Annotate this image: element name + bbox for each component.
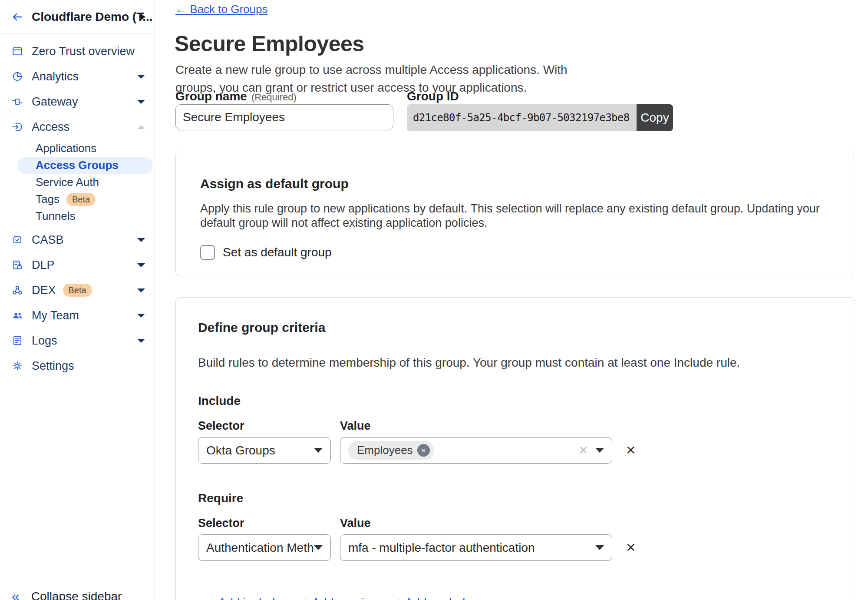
require-column-labels: Selector Value bbox=[198, 517, 829, 530]
sidebar-item-logs[interactable]: Logs bbox=[0, 328, 155, 353]
set-default-group-row: Set as default group bbox=[200, 245, 829, 260]
sidebar-item-access[interactable]: Access bbox=[0, 114, 155, 139]
account-name: Cloudflare Demo (T... bbox=[32, 10, 152, 24]
sidebar-subitem-label: Tags bbox=[36, 192, 59, 206]
sidebar-item-gateway[interactable]: Gateway bbox=[0, 89, 155, 114]
default-group-card-description: Apply this rule group to new application… bbox=[200, 202, 829, 230]
criteria-card: Define group criteria Build rules to det… bbox=[175, 297, 854, 600]
copy-button[interactable]: Copy bbox=[637, 104, 673, 131]
group-name-input[interactable] bbox=[175, 104, 393, 130]
sidebar-item-label: Logs bbox=[32, 334, 57, 348]
sidebar-subitem-label: Tunnels bbox=[36, 209, 76, 223]
sidebar-item-label: My Team bbox=[32, 309, 79, 322]
require-heading: Require bbox=[198, 491, 829, 505]
sidebar-item-tags[interactable]: TagsBeta bbox=[0, 191, 155, 208]
add-exclude-link[interactable]: + Add exclude bbox=[395, 596, 472, 600]
sidebar-item-label: Settings bbox=[32, 359, 74, 373]
back-arrow-icon[interactable] bbox=[11, 10, 24, 23]
chevron-down-icon bbox=[137, 263, 145, 267]
default-group-card-title: Assign as default group bbox=[200, 176, 829, 191]
criteria-card-title: Define group criteria bbox=[198, 320, 829, 335]
chevron-down-icon bbox=[314, 545, 323, 550]
network-nodes-icon bbox=[12, 285, 23, 296]
beta-badge: Beta bbox=[63, 284, 92, 297]
list-document-icon bbox=[12, 335, 23, 346]
gateway-icon bbox=[12, 96, 23, 107]
chevron-down-icon bbox=[137, 238, 145, 242]
require-value: mfa - multiple-factor authentication bbox=[348, 541, 535, 555]
sidebar-item-casb[interactable]: CASB bbox=[0, 227, 155, 252]
group-id-value: d21ce80f-5a25-4bcf-9b07-5032197e3be8 bbox=[407, 104, 637, 131]
set-default-group-checkbox[interactable] bbox=[200, 245, 215, 260]
account-switcher[interactable]: Cloudflare Demo (T... bbox=[0, 0, 155, 34]
include-selector-dropdown[interactable]: Okta Groups bbox=[198, 437, 331, 464]
remove-include-rule-button[interactable]: ✕ bbox=[626, 444, 636, 457]
sidebar: Cloudflare Demo (T... Zero Trust overvie… bbox=[0, 0, 155, 600]
include-rule-row: Okta Groups Employees ✕ ✕ ✕ bbox=[198, 437, 829, 464]
add-rule-links: + Add include + Add require + Add exclud… bbox=[208, 596, 829, 600]
chevron-down-icon bbox=[137, 100, 145, 104]
set-default-group-label: Set as default group bbox=[223, 245, 332, 259]
chevron-down-icon bbox=[595, 448, 604, 453]
sidebar-item-settings[interactable]: Settings bbox=[0, 353, 155, 378]
sidebar-subitem-label: Applications bbox=[36, 142, 96, 155]
sidebar-item-label: Gateway bbox=[32, 95, 78, 109]
sidebar-item-applications[interactable]: Applications bbox=[0, 140, 155, 157]
sidebar-subitem-label: Service Auth bbox=[36, 176, 99, 189]
remove-require-rule-button[interactable]: ✕ bbox=[626, 542, 636, 554]
sidebar-item-label: Analytics bbox=[32, 70, 79, 83]
value-label: Value bbox=[340, 419, 612, 433]
back-to-groups-link[interactable]: ← Back to Groups bbox=[175, 3, 267, 16]
include-heading: Include bbox=[198, 394, 829, 408]
collapse-sidebar-label: Collapse sidebar bbox=[31, 590, 122, 600]
chevron-down-icon bbox=[595, 545, 604, 550]
login-circle-icon bbox=[12, 121, 23, 133]
sidebar-nav: Zero Trust overview Analytics Gateway Ac… bbox=[0, 33, 155, 378]
beta-badge: Beta bbox=[66, 193, 96, 206]
chevron-down-icon bbox=[137, 314, 145, 318]
group-id-label: Group ID bbox=[407, 90, 459, 103]
sidebar-item-service-auth[interactable]: Service Auth bbox=[0, 174, 155, 191]
collapse-sidebar-button[interactable]: « Collapse sidebar bbox=[0, 579, 155, 600]
sidebar-item-zero-trust-overview[interactable]: Zero Trust overview bbox=[0, 39, 155, 64]
sidebar-subitem-label: Access Groups bbox=[36, 159, 119, 172]
add-include-link[interactable]: + Add include bbox=[208, 596, 282, 600]
required-hint: (Required) bbox=[251, 92, 297, 103]
include-selector-value: Okta Groups bbox=[206, 444, 275, 457]
sidebar-item-label: DEX bbox=[32, 284, 56, 297]
require-selector-dropdown[interactable]: Authentication Method bbox=[198, 534, 331, 561]
sidebar-item-my-team[interactable]: My Team bbox=[0, 303, 155, 328]
sidebar-item-dlp[interactable]: DLP bbox=[0, 252, 155, 278]
box-check-icon bbox=[12, 234, 23, 245]
sidebar-item-dex[interactable]: DEXBeta bbox=[0, 278, 155, 303]
add-require-link[interactable]: + Add require bbox=[302, 596, 375, 600]
require-value-dropdown[interactable]: mfa - multiple-factor authentication bbox=[340, 534, 612, 561]
chevron-down-icon bbox=[137, 288, 145, 292]
window-icon bbox=[12, 46, 23, 57]
include-column-labels: Selector Value bbox=[198, 419, 829, 433]
chevron-down-icon bbox=[314, 448, 323, 453]
chip-remove-icon[interactable]: ✕ bbox=[417, 444, 430, 457]
value-chip: Employees ✕ bbox=[348, 441, 434, 460]
selector-label: Selector bbox=[198, 517, 331, 530]
require-selector-value: Authentication Method bbox=[206, 541, 314, 555]
clear-selection-icon[interactable]: ✕ bbox=[578, 443, 595, 457]
page-title: Secure Employees bbox=[175, 31, 364, 56]
default-group-card: Assign as default group Apply this rule … bbox=[175, 151, 854, 276]
document-lock-icon bbox=[12, 259, 23, 271]
sidebar-item-access-groups[interactable]: Access Groups bbox=[17, 157, 153, 174]
chevron-down-icon bbox=[137, 75, 145, 79]
sidebar-item-tunnels[interactable]: Tunnels bbox=[0, 208, 155, 225]
group-name-label: Group name(Required) bbox=[175, 90, 297, 103]
chevron-up-icon bbox=[137, 125, 145, 129]
people-icon bbox=[12, 310, 23, 321]
selector-label: Selector bbox=[198, 419, 331, 433]
value-label: Value bbox=[340, 517, 612, 530]
criteria-card-description: Build rules to determine membership of t… bbox=[198, 356, 829, 370]
access-submenu: Applications Access Groups Service Auth … bbox=[0, 140, 155, 225]
chevron-down-icon bbox=[137, 339, 145, 343]
sidebar-item-label: CASB bbox=[32, 233, 64, 247]
sidebar-item-analytics[interactable]: Analytics bbox=[0, 64, 155, 89]
include-value-multiselect[interactable]: Employees ✕ ✕ bbox=[340, 437, 612, 464]
chip-label: Employees bbox=[357, 444, 413, 457]
